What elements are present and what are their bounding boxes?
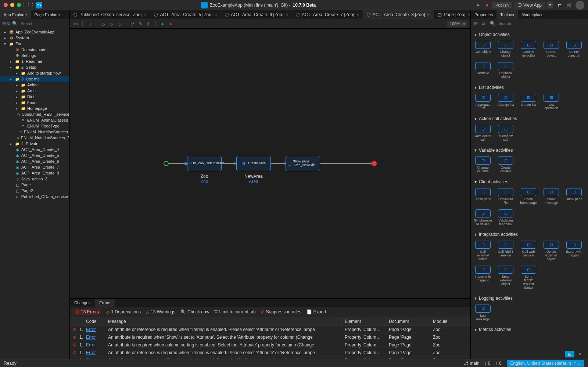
run-button[interactable]: ▶ xyxy=(474,1,482,8)
editor-tab[interactable]: ACT_Area_Create_6 [Zoo]× xyxy=(221,10,292,19)
apps-icon[interactable]: ⋮⋮⋮ xyxy=(24,1,33,10)
toolbox-section-header[interactable]: ▾Client activities xyxy=(474,177,584,187)
loop-icon[interactable]: ↻ xyxy=(138,21,144,27)
filter-warnings[interactable]: △13 Warnings xyxy=(146,309,175,314)
toolbox-item[interactable]: ⊡Import with mapping xyxy=(474,266,491,290)
toolbox-section-header[interactable]: ▾Integration activities xyxy=(474,230,584,239)
toolbox-item[interactable]: ⊡Call external action xyxy=(474,241,491,261)
link-icon[interactable]: ⇄ xyxy=(555,1,564,10)
toolbox-item[interactable]: ⊡Call web service xyxy=(520,241,537,261)
tree-item[interactable]: ▸⚙Settings xyxy=(0,53,69,58)
start-event-icon[interactable]: ● xyxy=(159,21,165,27)
toolbox-item[interactable]: ⊡Cast object xyxy=(474,41,491,58)
chevron-icon[interactable]: ▾ xyxy=(8,77,13,81)
incoming-changes[interactable]: ↓ 0 xyxy=(485,361,491,366)
chevron-icon[interactable]: ▸ xyxy=(14,71,19,75)
minimize-window[interactable] xyxy=(10,3,14,7)
filter-deprecations[interactable]: ◇1 Deprecations xyxy=(106,309,141,314)
tab-properties[interactable]: Properties xyxy=(471,10,496,19)
start-node[interactable] xyxy=(164,161,169,166)
limit-tab-button[interactable]: ▽Limit to current tab xyxy=(214,309,255,314)
toolbox-item[interactable]: ⊡List operation xyxy=(543,94,560,111)
editor-tab[interactable]: ACT_Area_Create_5 [Zoo]× xyxy=(150,10,221,19)
toolbox-section-header[interactable]: ▾Action call activities xyxy=(474,114,584,123)
close-tab-icon[interactable]: × xyxy=(215,12,217,17)
toolbox-item[interactable]: ⊡Create list xyxy=(520,94,537,111)
avatar[interactable] xyxy=(576,1,584,10)
toolbox-item[interactable]: ⊡Download file xyxy=(497,188,514,205)
tree-item[interactable]: ▸◉ACT_Area_Create_6 xyxy=(0,158,69,164)
toolbox-section-header[interactable]: ▾List activities xyxy=(474,83,584,92)
outgoing-changes[interactable]: ↑ 0 xyxy=(496,361,502,366)
chevron-icon[interactable]: ▸ xyxy=(2,30,7,34)
col-code[interactable]: Code xyxy=(83,317,105,325)
tree-item[interactable]: ▸≡ENUM_NutritionSources_2 xyxy=(0,135,69,141)
publish-button[interactable]: Publish xyxy=(492,2,512,8)
activity-sub-zoo[interactable]: ◉ SUB_Zoo_GetOrCreate ZooZoo xyxy=(187,156,222,171)
chevron-icon[interactable]: ▸ xyxy=(14,95,19,99)
chevron-icon[interactable]: ▾ xyxy=(8,65,13,69)
collapse-icon[interactable]: ⊟ xyxy=(2,21,6,26)
toolbox-item[interactable]: ⊡Rollback object xyxy=(497,62,514,79)
tab-marketplace[interactable]: Marketplace xyxy=(518,10,547,19)
tree-item[interactable]: ▾📁3. Use me xyxy=(0,76,69,82)
entity-icon[interactable]: ▭ xyxy=(73,21,79,27)
col-element[interactable]: Element xyxy=(342,317,386,325)
export-button[interactable]: 📄Export xyxy=(306,309,326,314)
tree-item[interactable]: ▸📁Homepage xyxy=(0,105,69,111)
toolbox-item[interactable]: ⊡Call REST service xyxy=(497,241,514,261)
tab-page-explorer[interactable]: Page Explorer xyxy=(31,10,64,19)
tree-item[interactable]: ▸◇Java_action_3 xyxy=(0,176,69,182)
editor-tab[interactable]: Published_OData_service [Zoo]× xyxy=(70,10,150,19)
tree-item[interactable]: ▸◉ACT_Area_Create_7 xyxy=(0,164,69,170)
error-link[interactable]: Error xyxy=(86,327,96,332)
toolbox-item[interactable]: ⊡Retrieve xyxy=(474,62,491,79)
toolbox-item[interactable]: ⊡Validation feedback xyxy=(497,209,514,226)
tab-toolbox[interactable]: Toolbox xyxy=(496,10,518,19)
view-app-button[interactable]: 🖵View App xyxy=(514,1,545,9)
toolbox-item[interactable]: ⊡Change list xyxy=(497,94,514,111)
toolbox-item[interactable]: ⊡Show message xyxy=(543,188,560,205)
diamond-red-icon[interactable]: ◇ xyxy=(116,21,122,27)
tree-item[interactable]: ▸📁Animal xyxy=(0,82,69,88)
toolbox-item[interactable]: ⊡Aggregate list xyxy=(474,94,491,111)
editor-tab[interactable]: ▢Page [Zoo]× xyxy=(434,10,470,19)
tree-item[interactable]: ▸📁Food xyxy=(0,100,69,105)
end-event-icon[interactable]: ● xyxy=(168,21,173,27)
tree-item[interactable]: ▸📦App 'ZooExampleApp' xyxy=(0,29,69,35)
col-message[interactable]: Message xyxy=(105,317,342,325)
diamond-yellow-icon[interactable]: ◇ xyxy=(100,21,106,27)
view-app-dropdown[interactable]: ▾ xyxy=(547,1,553,8)
chevron-icon[interactable]: ▸ xyxy=(14,83,19,87)
error-row[interactable]: ⊘1·ErrorAn attribute is required when 'S… xyxy=(70,334,470,341)
error-row[interactable]: ⊘1·ErrorAn attribute is required when co… xyxy=(70,341,470,349)
toolbox-item[interactable]: ⊡Delete external object xyxy=(543,241,560,261)
copy-icon[interactable]: ⧉ xyxy=(480,21,486,26)
tree-item[interactable]: ▸◇Published_OData_service xyxy=(0,194,69,199)
toolbox-item[interactable]: ⊡Show page xyxy=(566,188,582,205)
col-module[interactable]: Module xyxy=(430,317,470,325)
toolbox-section-header[interactable]: ▾Logging activities xyxy=(474,294,584,303)
editor-tab[interactable]: ACT_Area_Create_8 [Zoo]× xyxy=(363,10,434,19)
branch-indicator[interactable]: ⎇ main xyxy=(463,361,479,366)
tree-item[interactable]: ▸📁4. Private xyxy=(0,141,69,147)
toolbox-section-header[interactable]: ▾Metrics activities xyxy=(474,325,584,334)
chevron-icon[interactable]: ▸ xyxy=(8,142,13,146)
end-node[interactable] xyxy=(372,161,377,166)
toolbox-item[interactable]: ⊡Close page xyxy=(474,188,491,205)
toolbox-search[interactable] xyxy=(497,21,586,26)
close-tab-icon[interactable]: × xyxy=(427,12,430,17)
toolbox-section-header[interactable]: ▾Object activities xyxy=(474,30,584,39)
chevron-icon[interactable]: ▸ xyxy=(14,107,19,111)
chevron-icon[interactable]: ▸ xyxy=(8,60,13,64)
tree-item[interactable]: ▸▢Page2 xyxy=(0,188,69,194)
close-tab-icon[interactable]: × xyxy=(144,12,146,17)
toolbox-item[interactable]: ⊡Synchronize to device xyxy=(474,209,491,226)
tree-item[interactable]: ▾📁Zoo xyxy=(0,41,69,47)
toolbox-item[interactable]: ⊡Show home page xyxy=(520,188,537,205)
toolbox-item[interactable]: ⊡Delete object(s) xyxy=(566,41,582,58)
tree-item[interactable]: ▸◉ACT_Area_Create_4 xyxy=(0,147,69,152)
tree-item[interactable]: ▸◉ACT_Area_Create_8 xyxy=(0,170,69,176)
close-window[interactable] xyxy=(4,3,8,7)
error-row[interactable]: ⊘1·ErrorAn attribute or reference is req… xyxy=(70,326,470,334)
